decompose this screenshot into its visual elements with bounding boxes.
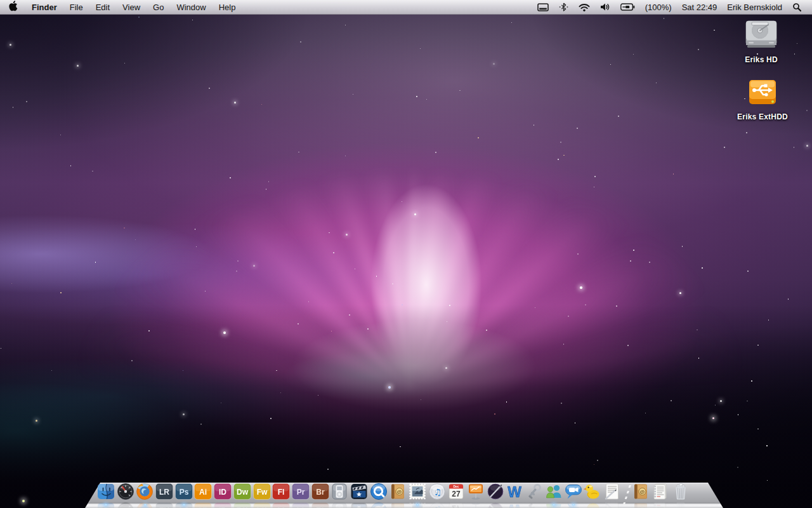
app-menu-finder[interactable]: Finder [25, 0, 63, 14]
star [747, 271, 749, 272]
star [577, 253, 579, 255]
dock-keychain[interactable] [525, 476, 544, 508]
star [236, 271, 237, 272]
wifi-menu-icon[interactable] [573, 0, 595, 14]
dock-premiere[interactable]: Pr [291, 476, 311, 508]
dock-dashboard[interactable] [116, 476, 136, 508]
firefox-icon [135, 482, 154, 501]
star [266, 189, 266, 189]
menu-bar-clock[interactable]: Sat 22:49 [677, 3, 723, 12]
quicktime-icon [369, 482, 388, 501]
menu-view[interactable]: View [116, 0, 147, 14]
star [345, 156, 346, 156]
display-menu-icon[interactable] [532, 0, 554, 14]
desktop-volume-eriks-exthdd[interactable]: Eriks ExtHDD [732, 77, 793, 122]
star [649, 262, 650, 263]
dock-quicktime[interactable] [369, 476, 389, 508]
bright-star [580, 286, 582, 289]
star [92, 171, 93, 171]
star [493, 63, 495, 65]
volume-menu-icon[interactable] [595, 0, 615, 14]
fast-user-switching-name[interactable]: Erik Bernskiold [722, 3, 787, 12]
star [494, 413, 495, 414]
running-indicator [552, 504, 556, 506]
spotlight-icon[interactable] [787, 0, 807, 14]
star [534, 124, 534, 125]
dock-separator [622, 476, 631, 508]
ink-writer-icon [486, 482, 505, 501]
star [308, 301, 309, 302]
battery-percentage[interactable]: (100%) [640, 3, 677, 12]
dock-cyberduck[interactable] [583, 476, 603, 508]
star [124, 63, 125, 64]
desktop-volume-eriks-hd[interactable]: Eriks HD [731, 19, 792, 65]
star [237, 260, 239, 262]
notes-stack-icon [650, 482, 669, 501]
dock-illustrator[interactable]: Ai [193, 476, 213, 508]
star [794, 53, 795, 54]
dock-notes-stack[interactable] [650, 476, 670, 508]
star [416, 96, 417, 97]
dock-ink-writer[interactable] [486, 476, 506, 508]
premiere-icon: Pr [291, 482, 310, 501]
ipod-icon [330, 482, 349, 501]
star [298, 152, 299, 152]
menu-window[interactable]: Window [170, 0, 212, 14]
star [426, 99, 427, 100]
star [563, 155, 564, 156]
fireworks-icon: Fw [252, 482, 272, 501]
finder-icon [96, 482, 115, 501]
photoshop-icon: Ps [174, 482, 193, 501]
star [60, 292, 62, 293]
dock-ipod[interactable] [330, 476, 350, 508]
star [738, 414, 738, 415]
dock-address-book-document[interactable]: @ [631, 476, 651, 508]
star [276, 370, 277, 371]
dock-address-book[interactable]: @ [388, 476, 408, 508]
ical-date: 27 [452, 490, 461, 498]
dock-itunes[interactable]: ♫ [428, 476, 447, 508]
dock-mail[interactable] [408, 476, 428, 508]
dock-trash-full[interactable] [670, 476, 694, 508]
dock-dreamweaver[interactable]: Dw [233, 476, 252, 508]
apple-menu[interactable] [0, 0, 25, 14]
star [757, 429, 758, 429]
dock-photoshop[interactable]: Ps [174, 476, 194, 508]
star [673, 173, 674, 174]
dock-imovie[interactable] [350, 476, 369, 508]
star [715, 404, 716, 405]
menu-go[interactable]: Go [147, 0, 170, 14]
star [230, 177, 231, 178]
menu-edit[interactable]: Edit [89, 0, 116, 14]
dock-ical[interactable]: Dec 27 [447, 476, 466, 508]
star [280, 392, 281, 393]
dock-messenger[interactable] [544, 476, 564, 508]
star [577, 128, 578, 129]
menu-file[interactable]: File [63, 0, 89, 14]
battery-menu-icon[interactable] [615, 0, 640, 14]
dock-ichat[interactable] [564, 476, 584, 508]
bluetooth-menu-icon[interactable] [554, 0, 573, 14]
menu-help[interactable]: Help [213, 0, 242, 14]
dock-firefox[interactable] [135, 476, 155, 508]
dock-finder[interactable] [96, 476, 116, 508]
dock-word[interactable]: W [505, 476, 525, 508]
star [633, 250, 634, 251]
dock-tile-letters: LR [159, 488, 169, 497]
star [585, 304, 586, 305]
star [679, 292, 681, 294]
dock-lightroom[interactable]: LR [155, 476, 174, 508]
ichat-icon [564, 482, 583, 501]
dock-items: LR Ps Ai ID Dw Fw Fl Pr Br [96, 476, 694, 508]
dock-flash[interactable]: Fl [272, 476, 291, 508]
dock-indesign[interactable]: ID [213, 476, 233, 508]
star [253, 265, 255, 267]
dock-bridge[interactable]: Br [311, 476, 331, 508]
star [353, 94, 353, 95]
star [618, 116, 619, 116]
dock-fireworks[interactable]: Fw [252, 476, 272, 508]
dock-keynote[interactable] [466, 476, 486, 508]
external-usb-drive-icon [732, 77, 793, 110]
dock-textedit[interactable] [603, 476, 622, 508]
star [656, 83, 657, 83]
